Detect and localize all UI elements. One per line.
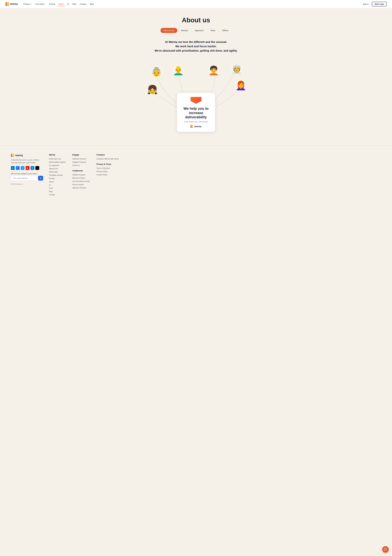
footer-link-white-label[interactable]: White label <box>49 171 65 173</box>
facebook-icon[interactable]: f <box>16 166 20 170</box>
footer-link-deliverability[interactable]: Deliverability insights <box>49 161 65 163</box>
nav-about[interactable]: About <box>57 2 65 6</box>
footer-link-cookies[interactable]: Cookie Policy <box>97 174 119 176</box>
svg-rect-9 <box>192 126 193 128</box>
footer-link-about[interactable]: About <box>49 181 65 183</box>
svg-rect-0 <box>5 2 7 4</box>
twitter-icon[interactable]: t <box>21 166 24 170</box>
footer-col-heading-warmy: Warmy <box>49 154 65 156</box>
telegram-icon[interactable]: ✈ <box>31 166 34 170</box>
avatar-5: 👧 <box>146 83 159 96</box>
social-icons: in f t ▶ ✈ ♪ <box>11 166 41 170</box>
footer-link-contact[interactable]: Contact <box>49 194 65 196</box>
chevron-down-icon: ▼ <box>44 3 46 5</box>
footer-links: Warmy Email warm up Deliverability insig… <box>49 154 381 197</box>
sub-nav: Who we are Mission Approach Team Offices <box>3 28 389 33</box>
footer-link-terms[interactable]: Terms of Service <box>97 167 119 169</box>
nav-ai[interactable]: AI <box>66 2 70 6</box>
footer-col-engage: Engage Updates Channel Suggest Features … <box>72 154 90 197</box>
chevron-down-icon: ▼ <box>30 3 32 5</box>
avatar-2: 👨‍🦲 <box>171 64 185 77</box>
footer-link-suggest[interactable]: Suggest Features <box>72 161 90 163</box>
svg-rect-10 <box>11 154 12 155</box>
footer-col-heading-engage: Engage <box>72 154 90 156</box>
footer-link-join[interactable]: Join the Warmy family <box>72 180 90 182</box>
footer-email-form: ➤ <box>11 176 41 180</box>
page-title: About us <box>3 16 389 24</box>
logo[interactable]: warmy <box>5 2 18 6</box>
main-content: About us Who we are Mission Approach Tea… <box>0 8 392 145</box>
nav-links: Product ▼ Free tools ▼ Pricing About AI … <box>22 2 361 6</box>
footer-link-privacy[interactable]: Privacy Policy <box>97 170 119 172</box>
email-input[interactable] <box>11 176 37 180</box>
logo-icon <box>5 2 9 6</box>
footer-link-blog[interactable]: Blog <box>49 191 65 193</box>
card-title: We help you to increase deliverability <box>180 107 212 119</box>
avatar-6: 👩‍🦰 <box>234 79 248 92</box>
svg-rect-8 <box>190 126 192 128</box>
youtube-icon[interactable]: ▶ <box>26 166 29 170</box>
footer-tagline: Automatically warm up your mailbox and s… <box>11 159 41 164</box>
svg-rect-6 <box>190 125 192 126</box>
footer-brand: warmy Automatically warm up your mailbox… <box>11 154 41 197</box>
nav-faq[interactable]: FAQ <box>71 2 77 6</box>
card-logo-icon <box>190 125 193 128</box>
navbar: warmy Product ▼ Free tools ▼ Pricing Abo… <box>0 0 392 8</box>
svg-marker-5 <box>191 97 201 104</box>
logo-text: warmy <box>10 3 18 5</box>
card-logo: warmy <box>180 125 212 128</box>
avatar-1: 👵 <box>150 65 163 79</box>
email-submit-button[interactable]: ➤ <box>38 176 43 180</box>
signin-button[interactable]: Sign in <box>361 2 370 6</box>
sub-nav-who-we-are[interactable]: Who we are <box>161 28 177 33</box>
card-envelope-icon <box>191 97 201 104</box>
svg-rect-12 <box>11 155 12 157</box>
footer-link-updates[interactable]: Updates Channel <box>72 158 90 160</box>
footer-logo: warmy <box>11 154 41 157</box>
nav-free-tools[interactable]: Free tools ▼ <box>34 2 47 6</box>
svg-rect-13 <box>13 155 14 157</box>
footer-logo-text: warmy <box>15 154 23 157</box>
footer-link-press[interactable]: Press Kit <box>72 164 90 166</box>
svg-rect-7 <box>192 125 193 126</box>
sub-nav-approach[interactable]: Approach <box>192 28 207 33</box>
footer-link-affiliate[interactable]: Affiliate Program <box>72 174 90 176</box>
footer-col-compare: Compare Compare Warmy with others Privac… <box>97 154 119 197</box>
nav-blog[interactable]: Blog <box>88 2 95 6</box>
svg-rect-1 <box>7 2 9 4</box>
nav-pricing[interactable]: Pricing <box>48 2 56 6</box>
footer-link-template-checker[interactable]: Template checker <box>49 174 65 176</box>
footer-link-agencies[interactable]: For agencies <box>49 164 65 166</box>
sub-nav-mission[interactable]: Mission <box>178 28 191 33</box>
svg-rect-2 <box>5 4 7 6</box>
footer-link-partner[interactable]: Become Partner <box>72 177 90 179</box>
linkedin-icon[interactable]: in <box>11 166 15 170</box>
footer-email-label: Get our tips straight to your inbox <box>11 173 41 175</box>
footer-copyright: ©2022 Warmy.io <box>11 183 41 185</box>
footer-link-ai[interactable]: AI <box>49 184 65 186</box>
tagline: At Warmy we love the different and the u… <box>3 40 389 53</box>
illustration-area: 👵 👨‍🦲 🧑‍🦱 👳 👧 👩‍🦰 We help you to increas… <box>142 61 250 132</box>
nav-contact[interactable]: Contact <box>78 2 88 6</box>
center-card: We help you to increase deliverability R… <box>177 93 215 132</box>
avatar-3: 🧑‍🦱 <box>207 64 221 77</box>
footer: warmy Automatically warm up your mailbox… <box>0 145 392 202</box>
footer-link-compare[interactable]: Compare Warmy with others <box>97 158 119 160</box>
footer-link-faq[interactable]: FAQ <box>49 187 65 189</box>
footer-link-api[interactable]: Warmy API <box>49 168 65 170</box>
sub-nav-team[interactable]: Team <box>208 28 218 33</box>
nav-right: Sign in Get it now <box>361 2 387 6</box>
avatar-4: 👳 <box>230 62 244 76</box>
sub-nav-offices[interactable]: Offices <box>219 28 231 33</box>
svg-rect-11 <box>13 154 14 155</box>
footer-col-heading-compare: Compare <box>97 154 119 156</box>
tiktok-icon[interactable]: ♪ <box>35 166 39 170</box>
footer-link-warmy-partners[interactable]: Warmy's Partners <box>72 187 90 189</box>
get-it-now-button[interactable]: Get it now <box>372 2 387 6</box>
footer-link-expert[interactable]: Find an expert <box>72 184 90 185</box>
footer-link-email-warm-up[interactable]: Email warm up <box>49 158 65 160</box>
nav-product[interactable]: Product ▼ <box>22 2 33 6</box>
footer-link-pricing[interactable]: Pricing <box>49 178 65 179</box>
footer-col-warmy: Warmy Email warm up Deliverability insig… <box>49 154 65 197</box>
footer-logo-icon <box>11 154 14 157</box>
